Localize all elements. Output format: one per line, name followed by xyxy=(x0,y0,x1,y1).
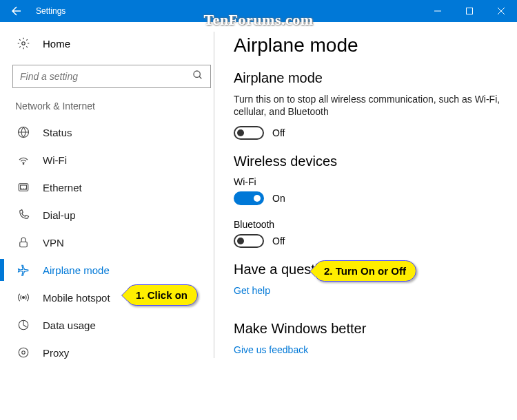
search-field[interactable] xyxy=(20,71,192,82)
data-icon xyxy=(17,319,30,331)
bluetooth-toggle-state: Off xyxy=(272,235,285,246)
sidebar-home-label: Home xyxy=(43,38,70,50)
globe-icon xyxy=(17,126,30,138)
svg-point-15 xyxy=(19,348,28,357)
bluetooth-label: Bluetooth xyxy=(234,219,502,230)
airplane-heading: Airplane mode xyxy=(234,70,502,86)
hotspot-icon xyxy=(17,291,30,304)
proxy-icon xyxy=(17,346,30,359)
ethernet-icon xyxy=(17,181,30,193)
get-help-link[interactable]: Get help xyxy=(234,285,270,296)
sidebar-item-label: Status xyxy=(43,127,72,138)
sidebar-item-label: Wi-Fi xyxy=(43,154,67,166)
sidebar-item-label: Airplane mode xyxy=(43,264,110,276)
svg-rect-1 xyxy=(467,8,473,14)
svg-line-4 xyxy=(199,76,201,78)
svg-point-6 xyxy=(23,163,24,165)
svg-point-3 xyxy=(194,71,200,77)
wifi-icon xyxy=(17,154,30,166)
window-title: Settings xyxy=(36,6,422,16)
svg-rect-12 xyxy=(20,242,28,247)
search-input[interactable] xyxy=(12,65,211,88)
sidebar-item-vpn[interactable]: VPN xyxy=(12,229,214,256)
airplane-description: Turn this on to stop all wireless commun… xyxy=(234,93,502,118)
back-button[interactable] xyxy=(0,0,33,22)
sidebar-item-label: Ethernet xyxy=(43,182,82,193)
close-button[interactable] xyxy=(485,0,517,22)
sidebar-item-label: Data usage xyxy=(43,319,96,331)
page-title: Airplane mode xyxy=(234,34,502,56)
better-heading: Make Windows better xyxy=(234,321,502,337)
wifi-label: Wi-Fi xyxy=(234,176,502,187)
sidebar: Home Network & Internet Status Wi-Fi Eth… xyxy=(0,22,214,420)
content-panel: Airplane mode Airplane mode Turn this on… xyxy=(214,22,517,420)
search-icon xyxy=(192,70,203,83)
titlebar: Settings xyxy=(0,0,517,22)
sidebar-group-label: Network & Internet xyxy=(15,101,214,112)
vpn-icon xyxy=(17,236,30,249)
wifi-toggle[interactable] xyxy=(234,191,264,205)
sidebar-item-dialup[interactable]: Dial-up xyxy=(12,201,214,229)
minimize-button[interactable] xyxy=(422,0,454,22)
feedback-link[interactable]: Give us feedback xyxy=(234,344,308,355)
airplane-toggle-state: Off xyxy=(272,127,285,138)
sidebar-item-status[interactable]: Status xyxy=(12,118,214,146)
gear-icon xyxy=(17,37,30,50)
wifi-toggle-state: On xyxy=(272,193,285,204)
sidebar-item-wifi[interactable]: Wi-Fi xyxy=(12,146,214,174)
phone-icon xyxy=(17,209,30,221)
sidebar-item-proxy[interactable]: Proxy xyxy=(12,339,214,366)
svg-point-16 xyxy=(22,351,26,355)
callout-1: 1. Click on xyxy=(125,284,198,306)
svg-point-13 xyxy=(23,297,25,299)
sidebar-item-ethernet[interactable]: Ethernet xyxy=(12,174,214,201)
selection-indicator xyxy=(0,259,4,281)
sidebar-item-label: Mobile hotspot xyxy=(43,292,110,304)
bluetooth-toggle[interactable] xyxy=(234,234,264,248)
airplane-icon xyxy=(17,264,30,276)
svg-point-2 xyxy=(22,42,26,45)
sidebar-item-airplane[interactable]: Airplane mode xyxy=(12,256,214,284)
sidebar-item-label: Dial-up xyxy=(43,209,76,221)
airplane-toggle[interactable] xyxy=(234,126,264,140)
wireless-heading: Wireless devices xyxy=(234,154,502,169)
sidebar-item-label: Proxy xyxy=(43,347,69,359)
sidebar-home[interactable]: Home xyxy=(12,32,214,55)
sidebar-item-datausage[interactable]: Data usage xyxy=(12,311,214,339)
sidebar-item-label: VPN xyxy=(43,237,64,249)
maximize-button[interactable] xyxy=(454,0,485,22)
callout-2: 2. Turn On or Off xyxy=(314,260,416,282)
